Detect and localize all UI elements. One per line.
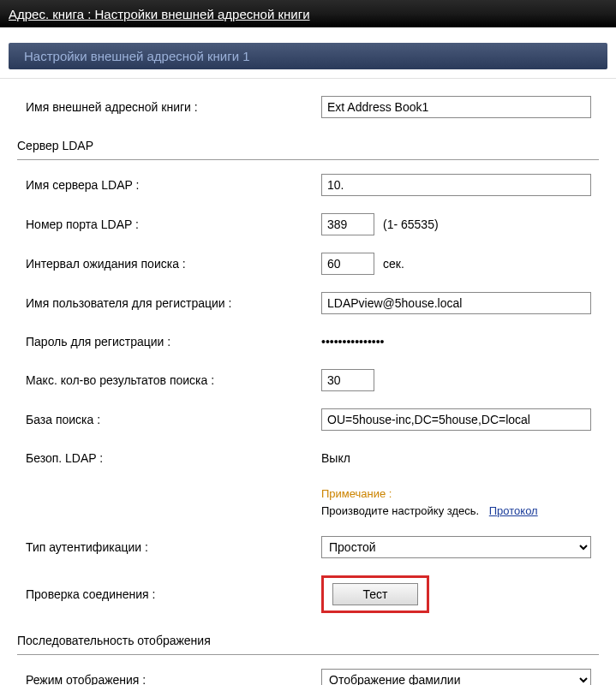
label-secure: Безоп. LDAP : bbox=[17, 451, 321, 465]
breadcrumb[interactable]: Адрес. книга : Настройки внешней адресно… bbox=[9, 7, 310, 21]
base-input[interactable] bbox=[321, 408, 591, 431]
label-password: Пароль для регистрации : bbox=[17, 335, 321, 348]
note-text: Производите настройку здесь. bbox=[321, 504, 479, 517]
row-note: Примечание : Производите настройку здесь… bbox=[17, 477, 599, 527]
mode-select[interactable]: Отображение фамилии bbox=[321, 669, 591, 685]
auth-select[interactable]: Простой bbox=[321, 536, 591, 558]
label-server: Имя сервера LDAP : bbox=[17, 178, 321, 192]
secure-value: Выкл bbox=[321, 451, 350, 465]
label-mode: Режим отображения : bbox=[17, 673, 321, 685]
port-input[interactable] bbox=[321, 213, 374, 235]
row-auth: Тип аутентификации : Простой bbox=[17, 527, 599, 567]
label-auth: Тип аутентификации : bbox=[17, 540, 321, 554]
label-port: Номер порта LDAP : bbox=[17, 217, 321, 231]
server-input[interactable] bbox=[321, 174, 591, 196]
section-order: Последовательность отображения bbox=[17, 622, 599, 655]
section-ldap: Сервер LDAP bbox=[17, 127, 599, 160]
row-password: Пароль для регистрации : ••••••••••••••• bbox=[17, 323, 599, 360]
label-name: Имя внешней адресной книги : bbox=[17, 100, 321, 114]
label-maxres: Макс. кол-во результатов поиска : bbox=[17, 373, 321, 387]
timeout-input[interactable] bbox=[321, 253, 374, 275]
form-area: Имя внешней адресной книги : Сервер LDAP… bbox=[0, 79, 616, 685]
test-highlight: Тест bbox=[321, 575, 429, 613]
test-button[interactable]: Тест bbox=[332, 583, 418, 605]
timeout-unit: сек. bbox=[383, 257, 404, 271]
label-timeout: Интервал ожидания поиска : bbox=[17, 257, 321, 271]
row-mode: Режим отображения : Отображение фамилии bbox=[17, 660, 599, 685]
row-secure: Безоп. LDAP : Выкл bbox=[17, 439, 599, 477]
row-name: Имя внешней адресной книги : bbox=[17, 87, 599, 127]
label-user: Имя пользователя для регистрации : bbox=[17, 296, 321, 310]
port-range: (1- 65535) bbox=[383, 217, 439, 231]
label-check: Проверка соединения : bbox=[17, 587, 321, 601]
note-label: Примечание : bbox=[321, 487, 392, 500]
subheader: Настройки внешней адресной книги 1 bbox=[0, 27, 616, 79]
maxres-input[interactable] bbox=[321, 369, 374, 391]
protocol-link[interactable]: Протокол bbox=[489, 504, 538, 517]
row-maxres: Макс. кол-во результатов поиска : bbox=[17, 360, 599, 400]
row-server: Имя сервера LDAP : bbox=[17, 165, 599, 205]
name-input[interactable] bbox=[321, 96, 591, 118]
row-timeout: Интервал ожидания поиска : сек. bbox=[17, 244, 599, 283]
password-display[interactable]: ••••••••••••••• bbox=[321, 335, 385, 348]
page-title: Настройки внешней адресной книги 1 bbox=[9, 43, 607, 69]
row-base: База поиска : bbox=[17, 400, 599, 439]
row-user: Имя пользователя для регистрации : bbox=[17, 283, 599, 323]
row-port: Номер порта LDAP : (1- 65535) bbox=[17, 205, 599, 244]
row-check: Проверка соединения : Тест bbox=[17, 567, 599, 622]
user-input[interactable] bbox=[321, 292, 591, 314]
header-bar: Адрес. книга : Настройки внешней адресно… bbox=[0, 0, 616, 27]
label-base: База поиска : bbox=[17, 413, 321, 426]
